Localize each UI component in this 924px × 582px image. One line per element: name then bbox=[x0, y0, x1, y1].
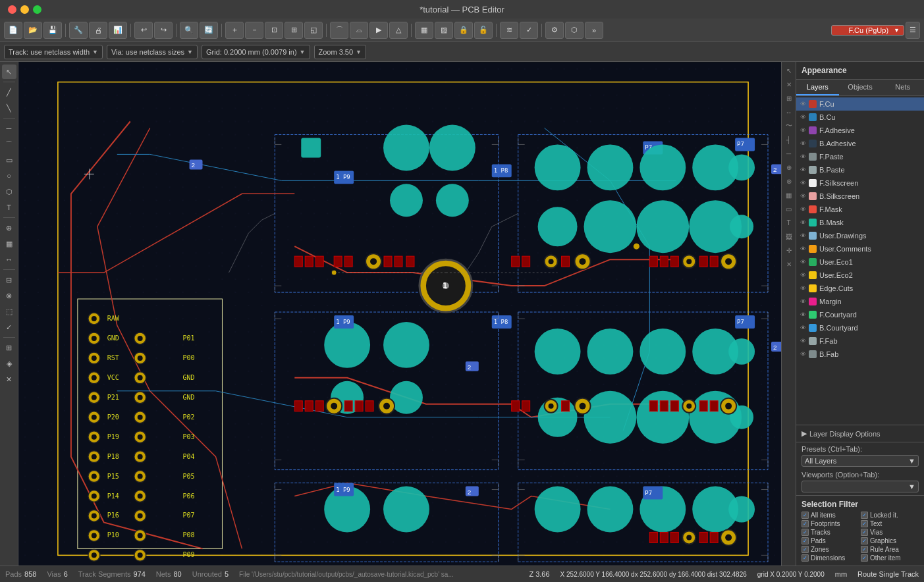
measure-tool[interactable]: ↔ bbox=[2, 252, 16, 267]
filter-checkbox[interactable]: ✓ bbox=[802, 546, 809, 553]
save-button[interactable]: 💾 bbox=[43, 22, 62, 39]
new-button[interactable]: 📄 bbox=[4, 22, 22, 39]
filter-checkbox[interactable]: ✓ bbox=[802, 537, 809, 544]
layer-eye-icon[interactable]: 👁 bbox=[800, 153, 806, 160]
hide-tool[interactable]: ⊗ bbox=[2, 288, 16, 303]
delete-tool[interactable]: ✕ bbox=[2, 372, 16, 386]
zoom-box-button[interactable]: ⊞ bbox=[285, 22, 303, 39]
filter-item-graphics[interactable]: ✓ Graphics bbox=[861, 537, 919, 544]
wave-icon[interactable]: 〜 bbox=[783, 120, 795, 132]
layer-item-b-mask[interactable]: 👁 B.Mask bbox=[796, 216, 924, 229]
scripting-button[interactable]: » bbox=[585, 22, 603, 39]
inspect-icon[interactable]: ⊗ bbox=[783, 175, 795, 187]
filter-item-tracks[interactable]: ✓ Tracks bbox=[802, 529, 859, 536]
zoom-fit-button[interactable]: ⊡ bbox=[265, 22, 283, 39]
filter-checkbox[interactable]: ✓ bbox=[802, 529, 809, 536]
zone-icon[interactable]: ▭ bbox=[783, 203, 795, 215]
layer-eye-icon[interactable]: 👁 bbox=[800, 259, 806, 265]
zoom-selector[interactable]: Zoom 3.50 ▼ bbox=[314, 45, 367, 59]
active-layer-selector[interactable]: F.Cu (PgUp) ▼ bbox=[831, 25, 904, 36]
layer-eye-icon[interactable]: 👁 bbox=[800, 325, 806, 331]
layer-item-user-eco1[interactable]: 👁 User.Eco1 bbox=[796, 255, 924, 269]
print-button[interactable]: 🖨 bbox=[89, 22, 107, 39]
layer-item-b-paste[interactable]: 👁 B.Paste bbox=[796, 163, 924, 176]
layer-item-user-comments[interactable]: 👁 User.Comments bbox=[796, 242, 924, 255]
place-via-tool[interactable]: ⊕ bbox=[2, 221, 16, 235]
layer-item-f-cu[interactable]: 👁 F.Cu bbox=[796, 97, 924, 111]
layer-eye-icon[interactable]: 👁 bbox=[800, 167, 806, 173]
layer-eye-icon[interactable]: 👁 bbox=[800, 127, 806, 134]
redo-button[interactable]: ↪ bbox=[154, 22, 173, 39]
filter-item-vias[interactable]: ✓ Vias bbox=[861, 529, 919, 536]
image-icon[interactable]: 🖼 bbox=[783, 230, 795, 242]
filter-item-rule-area[interactable]: ✓ Rule Area bbox=[861, 546, 919, 553]
ratsnest-button[interactable]: ≋ bbox=[500, 22, 518, 39]
route-single-tool[interactable]: ╱ bbox=[2, 85, 16, 99]
filter-item-pads[interactable]: ✓ Pads bbox=[802, 537, 859, 544]
layer-eye-icon[interactable]: 👁 bbox=[800, 351, 806, 357]
layer-options-button[interactable]: ☰ bbox=[906, 22, 920, 39]
refresh-button[interactable]: 🔄 bbox=[200, 22, 218, 39]
unlock-button[interactable]: 🔓 bbox=[474, 22, 493, 39]
delete-icon[interactable]: ✕ bbox=[783, 258, 795, 270]
lock-button[interactable]: 🔒 bbox=[454, 22, 473, 39]
drc-button[interactable]: 🔧 bbox=[69, 22, 88, 39]
layer-eye-icon[interactable]: 👁 bbox=[800, 193, 806, 199]
layer-eye-icon[interactable]: 👁 bbox=[800, 140, 806, 147]
draw-arc-tool[interactable]: ⌒ bbox=[2, 137, 16, 151]
3d-button[interactable]: ⬡ bbox=[565, 22, 584, 39]
via-icon[interactable]: ⊕ bbox=[783, 161, 795, 173]
via-size-selector[interactable]: Via: use netclass sizes ▼ bbox=[107, 45, 198, 59]
text-icon[interactable]: T bbox=[783, 217, 795, 228]
presets-selector[interactable]: All Layers ▼ bbox=[802, 455, 919, 467]
maximize-button[interactable] bbox=[33, 5, 41, 14]
cursor-tool-btn[interactable]: ↖ bbox=[783, 65, 795, 76]
grid-icon[interactable]: ⊞ bbox=[783, 92, 795, 104]
filter-checkbox[interactable]: ✓ bbox=[802, 520, 809, 527]
filter-item-all-items[interactable]: ✓ All items bbox=[802, 512, 859, 519]
drc2-button[interactable]: ✓ bbox=[520, 22, 538, 39]
layer-item-b-adhesive[interactable]: 👁 B.Adhesive bbox=[796, 137, 924, 150]
route-diff-tool[interactable]: ╲ bbox=[2, 101, 16, 115]
drc-tool[interactable]: ✓ bbox=[2, 320, 16, 334]
zoom-out-button[interactable]: － bbox=[245, 22, 263, 39]
filter-checkbox[interactable]: ✓ bbox=[861, 546, 868, 553]
layer-item-f-fab[interactable]: 👁 F.Fab bbox=[796, 334, 924, 348]
copper2-button[interactable]: ▨ bbox=[435, 22, 453, 39]
measure-icon[interactable]: ↔ bbox=[783, 106, 795, 118]
minimize-button[interactable] bbox=[20, 5, 29, 14]
filter-checkbox[interactable]: ✓ bbox=[861, 512, 868, 519]
layer-eye-icon[interactable]: 👁 bbox=[800, 114, 806, 120]
filter-item-text[interactable]: ✓ Text bbox=[861, 520, 919, 527]
layer-display-toggle[interactable]: ▶ Layer Display Options bbox=[802, 429, 919, 438]
footprint-tool[interactable]: ⊞ bbox=[2, 340, 16, 355]
layer-eye-icon[interactable]: 👁 bbox=[800, 272, 806, 278]
tab-layers[interactable]: Layers bbox=[796, 80, 839, 95]
layer-eye-icon[interactable]: 👁 bbox=[800, 101, 806, 107]
origin-icon[interactable]: ✛ bbox=[783, 244, 795, 256]
draw-line-tool[interactable]: ─ bbox=[2, 121, 16, 136]
layer-eye-icon[interactable]: 👁 bbox=[800, 298, 806, 305]
layer-eye-icon[interactable]: 👁 bbox=[800, 246, 806, 252]
copper-fill-button[interactable]: ▦ bbox=[415, 22, 433, 39]
add-zone-tool[interactable]: ▦ bbox=[2, 236, 16, 251]
draw-poly-tool[interactable]: ⬡ bbox=[2, 184, 16, 199]
track-width-selector[interactable]: Track: use netclass width ▼ bbox=[4, 45, 103, 59]
tab-objects[interactable]: Objects bbox=[839, 80, 882, 95]
zoom-area-tool[interactable]: ⊟ bbox=[2, 273, 16, 287]
pcb-canvas-area[interactable]: RAW GND RST VCC P21 P20 P19 P18 P15 P14 … bbox=[18, 62, 781, 566]
filter-checkbox[interactable]: ✓ bbox=[802, 512, 809, 519]
filter-item-footprints[interactable]: ✓ Footprints bbox=[802, 520, 859, 527]
open-button[interactable]: 📂 bbox=[24, 22, 42, 39]
plot-button[interactable]: 📊 bbox=[109, 22, 127, 39]
layer-item-b-courtyard[interactable]: 👁 B.Courtyard bbox=[796, 321, 924, 334]
draw-text-tool[interactable]: T bbox=[2, 200, 16, 215]
filter-item-zones[interactable]: ✓ Zones bbox=[802, 546, 859, 553]
layer-eye-icon[interactable]: 👁 bbox=[800, 285, 806, 292]
filter-checkbox[interactable]: ✓ bbox=[861, 554, 868, 562]
filter-checkbox[interactable]: ✓ bbox=[861, 520, 868, 527]
layer-item-f-mask[interactable]: 👁 F.Mask bbox=[796, 203, 924, 216]
draw-rect-tool[interactable]: ▭ bbox=[2, 153, 16, 167]
layer-item-f-adhesive[interactable]: 👁 F.Adhesive bbox=[796, 124, 924, 137]
grid-selector[interactable]: Grid: 0.2000 mm (0.0079 in) ▼ bbox=[202, 45, 310, 59]
